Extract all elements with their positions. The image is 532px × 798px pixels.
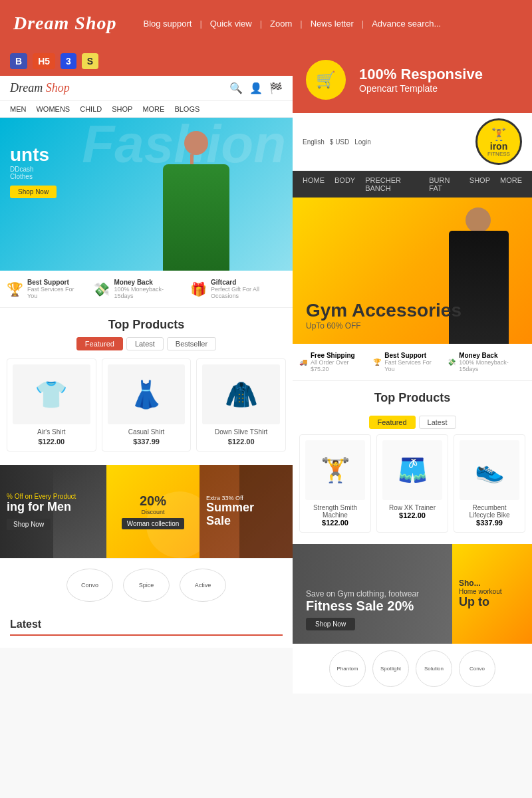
gym-product-name-2: Row XK Trainer (382, 504, 442, 511)
gym-section-title: Top Products (293, 381, 532, 410)
brands-row: Convo Spice Active (0, 558, 293, 612)
iron-logo: 🏋 iron FITNESS (475, 118, 522, 165)
login-link[interactable]: Login (354, 138, 370, 146)
iron-header: English $ USD Login 🏋 iron FITNESS (293, 113, 532, 171)
nav-womens[interactable]: WOMENS (36, 105, 70, 113)
gym-support-icon: 🏆 (373, 358, 381, 366)
dumbbell-icon: 🏋 (491, 127, 506, 142)
hero-text: unts DDcash Clothes Shop Now (10, 144, 57, 198)
products-tabs: Featured Latest Bestseller (0, 337, 293, 350)
promo-women-collection[interactable]: Woman collection (122, 518, 185, 529)
product-img-2: 👗 (108, 364, 186, 424)
promo-men-btn[interactable]: Shop Now (7, 519, 51, 530)
nav-shop[interactable]: SHOP (112, 105, 132, 113)
product-card-3[interactable]: 🧥 Down Slive TShirt $122.00 (196, 358, 286, 452)
product-img-3: 🧥 (202, 364, 280, 424)
feature-money-title: Money Back (114, 279, 180, 286)
shipping-title: Free Shipping (311, 352, 366, 359)
promo-men: % Off on Every Product ing for Men Shop … (0, 465, 106, 558)
nav-men[interactable]: MEN (10, 105, 26, 113)
tab-featured[interactable]: Featured (76, 337, 123, 350)
brand-logo-3: Active (180, 569, 226, 602)
iron-nav-precher[interactable]: PRECHER BANCH (365, 176, 419, 192)
feature-money-sub: 100% Moneyback-15days (114, 286, 180, 299)
top-nav: Blog support | Quick view | Zoom | News … (143, 19, 441, 29)
feature-giftcard: 🎁 Giftcard Perfect Gift For All Occasion… (190, 279, 286, 299)
promo-men-off: % Off on Every Product (7, 493, 76, 500)
iron-nav-shop[interactable]: SHOP (469, 176, 490, 192)
gym-support-title: Best Support (384, 352, 441, 359)
tab-bestseller[interactable]: Bestseller (167, 337, 216, 350)
feature-support-title: Best Support (27, 279, 83, 286)
money-icon: 💸 (93, 281, 110, 297)
shipping-icon: 🚚 (299, 358, 307, 366)
fitness-shop-btn[interactable]: Shop Now (306, 618, 355, 630)
gym-title: Gym Accessories (306, 300, 462, 321)
gym-hero: Gym Accessories UpTo 60% OFF (293, 198, 532, 344)
responsive-badge: 🛒 100% Responsive Opencart Template (293, 47, 532, 113)
nav-search[interactable]: Advance search... (372, 19, 441, 29)
iron-lang: English $ USD Login (303, 138, 371, 146)
gym-brand-1: Phantom (329, 650, 366, 687)
iron-nav-body[interactable]: BODY (334, 176, 355, 192)
gym-product-price-1: $122.00 (305, 519, 365, 527)
feature-best-support: 🏆 Best Support Fast Services For You (7, 279, 83, 299)
iron-nav-burnfat[interactable]: BURN FAT (429, 176, 460, 192)
fitness-main: Save on Gym clothing, footwear Fitness S… (293, 544, 452, 644)
gym-product-2[interactable]: 🩳 Row XK Trainer $122.00 (376, 434, 448, 533)
tab-latest[interactable]: Latest (126, 337, 164, 350)
search-icon[interactable]: 🔍 (229, 82, 243, 94)
nav-more[interactable]: MORE (142, 105, 164, 113)
gym-support-sub: Fast Services For You (384, 359, 441, 372)
fitness-side: Sho... Home workout Up to (452, 544, 532, 644)
feature-gift-title: Giftcard (211, 279, 286, 286)
cart-circle: 🛒 (306, 60, 346, 100)
hero-discount: unts (10, 144, 57, 166)
iron-nav-home[interactable]: HOME (303, 176, 325, 192)
cart-icon[interactable]: 🏁 (269, 82, 283, 94)
main-area: B H5 3 S Dream Shop 🔍 👤 🏁 MEN WOMENS CHI… (0, 47, 532, 798)
nav-newsletter[interactable]: News letter (311, 19, 354, 29)
gym-tab-latest[interactable]: Latest (419, 416, 456, 429)
lang-label[interactable]: English (303, 138, 325, 146)
up-to: Up to (459, 595, 525, 609)
gym-tab-featured[interactable]: Featured (369, 416, 416, 429)
gym-product-name-3: Recumbent Lifecycle Bike (460, 504, 519, 519)
gym-product-1[interactable]: 🏋️ Strength Smith Machine $122.00 (299, 434, 371, 533)
gym-product-price-3: $337.99 (460, 519, 519, 527)
latest-title: Latest (10, 618, 283, 636)
shop-now-button[interactable]: Shop Now (10, 186, 57, 198)
top-header: Dream Shop Blog support | Quick view | Z… (0, 0, 532, 47)
latest-section: Latest (0, 612, 293, 648)
nav-zoom[interactable]: Zoom (270, 19, 292, 29)
gym-product-3[interactable]: 👟 Recumbent Lifecycle Bike $337.99 (454, 434, 525, 533)
gym-text: Gym Accessories UpTo 60% OFF (306, 300, 462, 331)
responsive-sub: Opencart Template (359, 83, 483, 94)
responsive-text: 100% Responsive Opencart Template (359, 66, 483, 94)
gym-brand-3: Solution (416, 650, 452, 687)
product-card-2[interactable]: 👗 Casual Shirt $337.99 (102, 358, 192, 452)
gym-product-img-3: 👟 (460, 440, 519, 500)
top-products-section: Top Products Featured Latest Bestseller … (0, 308, 293, 465)
gift-icon: 🎁 (190, 281, 207, 297)
product-card-1[interactable]: 👕 Air's Shirt $122.00 (7, 358, 96, 452)
nav-quickview[interactable]: Quick view (210, 19, 252, 29)
user-icon[interactable]: 👤 (249, 82, 263, 94)
promo-summer-text: Extra 33% Off SummerSale (200, 488, 261, 535)
promo-men-title: ing for Men (7, 500, 76, 515)
gym-money-title: Money Back (459, 352, 525, 359)
iron-nav-more[interactable]: MORE (500, 176, 522, 192)
currency-label: $ USD (330, 138, 349, 146)
gym-products-tabs: Featured Latest (293, 416, 532, 429)
nav-blogs[interactable]: BLOGS (174, 105, 200, 113)
promo-women: 20% Discount Woman collection (106, 465, 200, 558)
gym-feature-shipping: 🚚 Free Shipping All Order Over $75.20 (299, 352, 366, 372)
gym-feature-support: 🏆 Best Support Fast Services For You (373, 352, 441, 372)
products-grid: 👕 Air's Shirt $122.00 👗 Casual Shirt $33… (0, 358, 293, 462)
model-figure (153, 124, 239, 271)
feature-support-sub: Fast Services For You (27, 286, 83, 299)
nav-child[interactable]: CHILD (80, 105, 102, 113)
promo-summer: Extra 33% Off SummerSale (200, 465, 293, 558)
left-panel: B H5 3 S Dream Shop 🔍 👤 🏁 MEN WOMENS CHI… (0, 47, 293, 798)
nav-blog[interactable]: Blog support (143, 19, 192, 29)
